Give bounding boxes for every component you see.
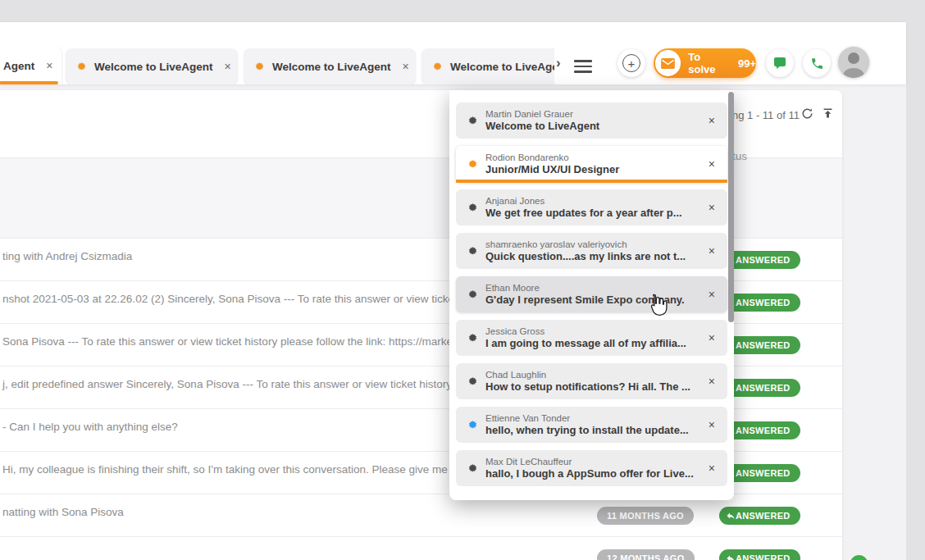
close-icon[interactable]: ×: [225, 61, 231, 72]
tab-label: Welcome to LiveAgent: [272, 61, 391, 73]
dropdown-ticket-item[interactable]: Anjanai Jones We get free updates for a …: [456, 189, 727, 225]
ticket-subject: How to setup notifications? Hi all. The …: [485, 380, 702, 393]
to-solve-label: To solve: [688, 51, 730, 75]
dropdown-ticket-item-active[interactable]: Rodion Bondarenko Junior/Mid UX/UI Desig…: [456, 146, 727, 182]
scroll-to-top-icon[interactable]: [821, 107, 835, 124]
contact-name: Rodion Bondarenko: [485, 153, 702, 162]
envelope-icon: [655, 50, 681, 76]
open-tickets-tabstrip: Agent × Welcome to LiveAgent × Welcome t…: [0, 47, 554, 84]
plus-icon: +: [622, 54, 640, 72]
tab-welcome-1[interactable]: Welcome to LiveAgent ×: [66, 48, 238, 84]
ticket-subject: hallo, I bough a AppSumo offer for Live.…: [485, 467, 702, 480]
user-avatar[interactable]: [838, 47, 869, 78]
to-solve-button[interactable]: To solve 99+: [654, 48, 756, 78]
contact-name: Anjanai Jones: [485, 196, 702, 206]
ticket-snippet: Sona Pisova --- To rate this answer or v…: [2, 335, 471, 348]
pagination-text: ng 1 - 11 of 11: [732, 109, 800, 121]
contact-name: Chad Laughlin: [485, 370, 702, 380]
ticket-snippet: - Can I help you with anything else?: [2, 421, 178, 433]
tab-label: Welcome to LiveAgent: [94, 61, 213, 73]
time-badge: 11 MONTHS AGO: [597, 507, 694, 525]
phone-icon: [810, 57, 824, 71]
tab-label: Welcome to LiveAgent: [450, 61, 554, 73]
close-icon[interactable]: ×: [403, 61, 409, 72]
ticket-channel-icon: [77, 62, 86, 71]
ticket-subject: G'day I represent Smile Expo company.: [485, 294, 702, 306]
to-solve-count: 99+: [738, 57, 756, 70]
ticket-snippet: j, edit predefined answer Sincerely, Son…: [2, 378, 476, 390]
ticket-channel-icon: [433, 62, 442, 71]
ticket-channel-icon: [468, 290, 477, 299]
tab-welcome-2[interactable]: Welcome to LiveAgent ×: [244, 48, 416, 84]
ticket-subject: Junior/Mid UX/UI Designer: [485, 163, 702, 175]
status-badge: ANSWERED: [719, 507, 800, 525]
close-icon[interactable]: ×: [46, 60, 52, 71]
contact-name: Ethan Moore: [485, 283, 702, 293]
status-column-header: tus: [732, 150, 747, 162]
dropdown-scrollbar-thumb[interactable]: [728, 92, 734, 322]
ticket-subject: Quick question....as my links are not t.…: [485, 250, 702, 262]
close-icon[interactable]: ×: [709, 157, 715, 171]
ticket-channel-icon: [468, 160, 477, 169]
dropdown-ticket-item[interactable]: shamraenko yaroslav valeriyovich Quick q…: [456, 233, 727, 269]
open-tickets-menu-icon[interactable]: [574, 60, 592, 76]
ticket-channel-icon: [468, 247, 477, 256]
ticket-subject: Welcome to LiveAgent: [485, 120, 702, 132]
contact-name: Jessica Gross: [485, 326, 702, 336]
close-icon[interactable]: ×: [709, 418, 715, 431]
close-icon[interactable]: ×: [709, 331, 715, 344]
ticket-channel-icon: [468, 203, 477, 212]
close-icon[interactable]: ×: [709, 375, 715, 388]
ticket-channel-icon: [468, 334, 477, 343]
contact-name: Martin Daniel Grauer: [485, 109, 702, 119]
person-silhouette: [838, 47, 869, 78]
dropdown-ticket-item[interactable]: Ettienne Van Tonder hello, when trying t…: [456, 407, 727, 443]
close-icon[interactable]: ×: [709, 244, 715, 257]
ticket-snippet: natting with Sona Pisova: [2, 506, 124, 518]
tab-agent[interactable]: Agent ×: [0, 47, 62, 84]
close-icon[interactable]: ×: [709, 288, 715, 301]
ticket-subject: hello, when trying to install the update…: [485, 424, 702, 436]
ticket-channel-icon: [468, 421, 477, 430]
contact-name: Max Dit LeChauffeur: [485, 457, 702, 467]
status-badge: ANSWERED: [719, 549, 800, 560]
app-window: ng 1 - 11 of 11 tus ting with Andrej Csi…: [0, 0, 925, 560]
time-badge: 12 MONTHS AGO: [597, 549, 695, 560]
chats-button[interactable]: [766, 49, 794, 77]
dropdown-ticket-item[interactable]: Max Dit LeChauffeur hallo, I bough a App…: [456, 450, 727, 486]
top-bar: Agent × Welcome to LiveAgent × Welcome t…: [0, 22, 906, 84]
ticket-row[interactable]: 12 MONTHS AGO ANSWERED: [0, 536, 842, 560]
reply-arrow-icon: [726, 553, 736, 560]
ticket-channel-icon: [255, 62, 264, 71]
ticket-channel-icon: [468, 377, 477, 386]
tab-label: Agent: [3, 60, 34, 72]
tabs-overflow-chevron-icon[interactable]: ›: [556, 55, 569, 75]
dropdown-ticket-item[interactable]: Chad Laughlin How to setup notifications…: [456, 363, 727, 399]
ticket-subject: I am going to message all of my affilia.…: [485, 337, 702, 349]
ticket-channel-icon: [468, 116, 477, 125]
ticket-channel-icon: [468, 464, 477, 473]
ticket-snippet: Hi, my colleague is finishing their shif…: [2, 463, 476, 476]
add-ticket-button[interactable]: +: [617, 49, 645, 77]
dropdown-ticket-item[interactable]: Jessica Gross I am going to message all …: [456, 320, 727, 356]
calls-button[interactable]: [803, 49, 831, 77]
contact-name: shamraenko yaroslav valeriyovich: [485, 239, 702, 249]
ticket-subject: We get free updates for a year after p..…: [485, 207, 702, 219]
close-icon[interactable]: ×: [709, 114, 715, 127]
reply-arrow-icon: [726, 511, 736, 521]
close-icon[interactable]: ×: [709, 462, 715, 475]
ticket-snippet: nshot 2021-05-03 at 22.26.02 (2) Sincere…: [2, 293, 475, 305]
open-tickets-dropdown: Martin Daniel Grauer Welcome to LiveAgen…: [449, 90, 734, 500]
contact-name: Ettienne Van Tonder: [485, 413, 702, 423]
close-icon[interactable]: ×: [709, 201, 715, 214]
refresh-icon[interactable]: [800, 107, 814, 124]
ticket-snippet: ting with Andrej Csizmadia: [2, 250, 132, 262]
dropdown-ticket-item-hovered[interactable]: Ethan Moore G'day I represent Smile Expo…: [456, 276, 727, 312]
tab-welcome-3[interactable]: Welcome to LiveAgent: [421, 48, 554, 84]
dropdown-ticket-item[interactable]: Martin Daniel Grauer Welcome to LiveAgen…: [456, 102, 727, 139]
chat-icon: [773, 57, 786, 70]
